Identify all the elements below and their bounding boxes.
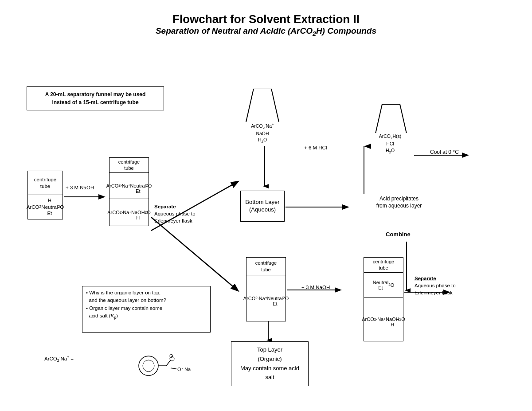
bottom-layer-box: Bottom Layer(Aqueous) <box>240 191 285 222</box>
ct3: centrifugetube ArCO2-Na+NeutralEt2O <box>246 257 286 321</box>
svg-point-14 <box>143 360 154 372</box>
ct1-bottom: ArCO2HNeutralEt2O <box>28 195 63 219</box>
svg-text:-: - <box>182 366 183 371</box>
svg-text:O: O <box>169 353 173 359</box>
page: Flowchart for Solvent Extraction II Sepa… <box>0 0 532 411</box>
arrow-ct4-right <box>404 289 453 296</box>
flask1-contents: ArCO2-Na+NaOHH2O <box>241 122 284 144</box>
ct2: centrifugetube ArCO2-Na+NeutralEt2O ArCO… <box>109 157 149 226</box>
ct4: centrifugetube NeutralEt2O ArCO2-Na+NaOH… <box>364 257 403 341</box>
ct2-label: centrifugetube <box>110 158 149 173</box>
arrow-cool <box>414 152 472 159</box>
ct3-label: centrifugetube <box>246 258 286 275</box>
arrow-flask1-to-bl <box>262 146 269 191</box>
main-title: Flowchart for Solvent Extraction II <box>0 12 532 26</box>
add-naoh-1-label: + 3 M NaOH <box>66 184 94 191</box>
combine-label: Combine <box>386 231 411 239</box>
add-hcl-label: + 6 M HCl <box>304 144 327 151</box>
arrow-ct3-to-tl <box>265 321 272 344</box>
note-line2: instead of a 15-mL centrifuge tube <box>52 99 138 106</box>
ct1-top: centrifugetube <box>28 171 63 195</box>
info-box: • Why is the organic layer on top, and t… <box>82 286 211 333</box>
chem-structure: O - Na + O <box>124 346 191 381</box>
arrow-bl-to-flask2 <box>286 204 352 211</box>
arrow-combine-down <box>403 242 411 295</box>
acid-precipitates: Acid precipitatesfrom aqueous layer <box>364 194 434 218</box>
top-layer-box: Top Layer(Organic)May contain some acid … <box>231 341 309 386</box>
arrow-ct1-to-ct2 <box>64 194 108 201</box>
sub-title: Separation of Neutral and Acidic (ArCO2H… <box>0 26 532 37</box>
flowchart-area: A 20-mL separatory funnel may be used in… <box>0 40 532 411</box>
arrow-ct3-to-ct4 <box>287 287 344 294</box>
svg-line-2 <box>151 217 238 290</box>
ct4-label: centrifugetube <box>364 258 403 273</box>
title-section: Flowchart for Solvent Extraction II Sepa… <box>0 0 532 37</box>
chem-eq: ArCO2-Na+ = <box>44 355 74 363</box>
ct1: centrifugetube ArCO2HNeutralEt2O <box>27 171 63 219</box>
svg-point-13 <box>139 356 158 376</box>
svg-line-18 <box>171 368 176 369</box>
note-box: A 20-mL separatory funnel may be used in… <box>27 86 164 110</box>
note-line1: A 20-mL separatory funnel may be used <box>45 91 146 98</box>
svg-text:O: O <box>177 367 181 372</box>
svg-line-16 <box>166 360 171 366</box>
svg-text:Na: Na <box>184 367 191 372</box>
